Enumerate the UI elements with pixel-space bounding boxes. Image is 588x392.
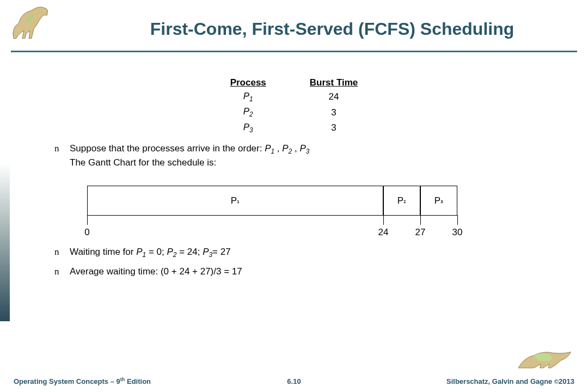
- gantt-segment: P₂: [383, 186, 420, 216]
- footer-right: Silberschatz, Galvin and Gagne ©2013: [446, 377, 574, 385]
- proc-cell: P1: [209, 89, 288, 105]
- slide-title: First-Come, First-Served (FCFS) Scheduli…: [93, 19, 572, 39]
- slide-content: Process Burst Time P1 24 P2 3 P3 3 n Sup…: [54, 76, 534, 284]
- gantt-tick-label: 0: [84, 227, 89, 238]
- bullet-item: n Average waiting time: (0 + 24 + 27)/3 …: [54, 265, 534, 278]
- bullet-marker: n: [54, 265, 70, 278]
- slide-footer: Operating System Concepts – 9th Edition …: [0, 375, 588, 392]
- gantt-segment: P₁: [87, 186, 383, 216]
- burst-cell: 24: [288, 89, 380, 105]
- process-table: Process Burst Time P1 24 P2 3 P3 3: [209, 76, 380, 136]
- gantt-segment: P₃: [420, 186, 457, 216]
- gantt-tick-label: 24: [378, 227, 389, 238]
- footer-left: Operating System Concepts – 9th Edition: [14, 377, 151, 385]
- bullet-item: n Suppose that the processes arrive in t…: [54, 142, 534, 169]
- burst-cell: 3: [288, 120, 380, 136]
- bullet-list: n Suppose that the processes arrive in t…: [54, 142, 534, 278]
- gantt-tick: [420, 215, 421, 225]
- bullet-marker: n: [54, 142, 70, 169]
- gantt-tick: [87, 215, 88, 225]
- table-row: P2 3: [209, 105, 380, 120]
- col-process: Process: [209, 76, 288, 89]
- gantt-chart: P₁P₂P₃0242730: [87, 186, 457, 218]
- burst-cell: 3: [288, 105, 380, 120]
- bullet-marker: n: [54, 246, 70, 260]
- footer-page-number: 6.10: [287, 377, 301, 385]
- decorative-sidebar: [0, 163, 10, 321]
- gantt-tick: [457, 215, 458, 225]
- bullet-text: Waiting time for P1 = 0; P2 = 24; P3= 27: [70, 246, 534, 260]
- bullet-text: Suppose that the processes arrive in the…: [70, 142, 534, 169]
- dinosaur-icon: [8, 3, 60, 44]
- gantt-tick: [383, 215, 384, 225]
- bullet-text: Average waiting time: (0 + 24 + 27)/3 = …: [70, 265, 534, 278]
- dinosaur-footer-icon: [514, 343, 577, 373]
- slide: First-Come, First-Served (FCFS) Scheduli…: [0, 0, 588, 392]
- table-row: P3 3: [209, 120, 380, 136]
- gantt-tick-label: 27: [415, 227, 426, 238]
- proc-cell: P3: [209, 120, 288, 136]
- table-header-row: Process Burst Time: [209, 76, 380, 89]
- bullet-item: n Waiting time for P1 = 0; P2 = 24; P3= …: [54, 246, 534, 260]
- proc-cell: P2: [209, 105, 288, 120]
- title-underline: [11, 51, 577, 52]
- col-burst: Burst Time: [288, 76, 380, 89]
- gantt-tick-label: 30: [452, 227, 463, 238]
- table-row: P1 24: [209, 89, 380, 105]
